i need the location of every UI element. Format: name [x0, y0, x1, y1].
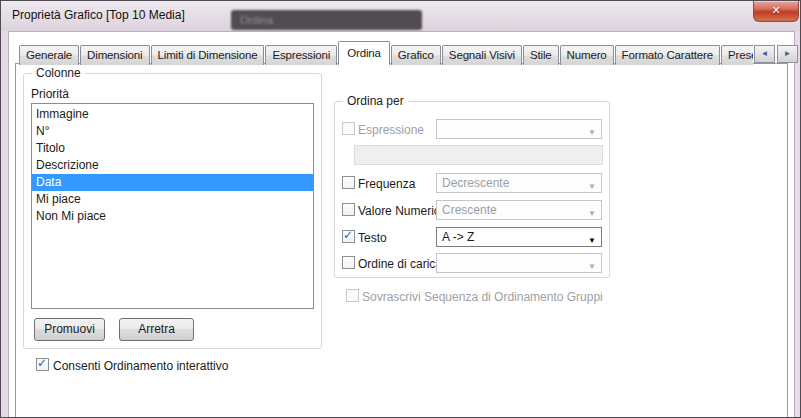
list-item-descrizione[interactable]: Descrizione: [32, 157, 313, 174]
scroll-left-icon: ◄: [761, 49, 769, 58]
ghost-tooltip-overlay: Ordina: [231, 10, 422, 30]
list-item-immagine[interactable]: Immagine: [32, 106, 313, 123]
espressione-label: Espressione: [358, 123, 424, 137]
promote-button[interactable]: Promuovi: [34, 318, 105, 341]
valore-numerico-label: Valore Numerico: [358, 204, 446, 218]
tab-generale[interactable]: Generale: [19, 45, 79, 65]
check-icon: ✓: [37, 356, 47, 370]
valore-numerico-checkbox[interactable]: [342, 203, 355, 216]
list-item-mi-piace[interactable]: Mi piace: [32, 191, 313, 208]
tab-scroll-right-button[interactable]: ►: [777, 45, 798, 63]
tab-presentazione[interactable]: Presentazione: [721, 45, 753, 65]
tab-ordina[interactable]: Ordina: [338, 41, 390, 65]
interactive-sort-label: Consenti Ordinamento interattivo: [53, 359, 228, 373]
check-icon: ✓: [343, 228, 353, 242]
ghost-tooltip-text: Ordina: [240, 14, 273, 26]
espressione-input[interactable]: [354, 145, 603, 165]
ordine-caricamento-checkbox[interactable]: [342, 256, 355, 269]
testo-combo-value: A -> Z: [442, 230, 474, 244]
window-title: Proprietà Grafico [Top 10 Media]: [12, 8, 185, 22]
list-item-titolo[interactable]: Titolo: [32, 140, 313, 157]
demote-button[interactable]: Arretra: [119, 318, 194, 341]
chevron-down-icon: ▼: [588, 178, 596, 196]
tab-scroll-left-button[interactable]: ◄: [754, 45, 775, 63]
chevron-down-icon: ▼: [588, 205, 596, 223]
list-item-numero[interactable]: N°: [32, 123, 313, 140]
frequenza-combo-value: Decrescente: [442, 176, 509, 190]
valore-numerico-combo-value: Crescente: [442, 203, 497, 217]
testo-label: Testo: [358, 231, 387, 245]
tab-strip: Generale Dimensioni Limiti di Dimensione…: [19, 41, 753, 65]
list-item-data-selected[interactable]: Data: [32, 174, 313, 191]
close-button[interactable]: ✕: [753, 1, 799, 22]
espressione-checkbox[interactable]: [342, 122, 355, 135]
colonne-group-label: Colonne: [32, 66, 85, 80]
tab-grafico[interactable]: Grafico: [391, 45, 441, 65]
priority-label: Priorità: [31, 87, 69, 101]
override-group-sort-label: Sovrascrivi Sequenza di Ordinamento Grup…: [362, 290, 603, 304]
frequenza-label: Frequenza: [358, 177, 415, 191]
tab-numero[interactable]: Numero: [560, 45, 614, 65]
tab-segnali-visivi[interactable]: Segnali Visivi: [442, 45, 522, 65]
tab-stile[interactable]: Stile: [523, 45, 559, 65]
chevron-down-icon: ▼: [588, 232, 596, 250]
close-icon: ✕: [771, 4, 780, 16]
ordine-caricamento-combo[interactable]: ▼: [436, 253, 602, 273]
list-item-non-mi-piace[interactable]: Non Mi piace: [32, 208, 313, 225]
priority-listbox[interactable]: Immagine N° Titolo Descrizione Data Mi p…: [31, 103, 314, 309]
chevron-down-icon: ▼: [588, 124, 596, 142]
tab-limiti-di-dimensione[interactable]: Limiti di Dimensione: [151, 45, 265, 65]
chevron-down-icon: ▼: [588, 258, 596, 276]
valore-numerico-combo[interactable]: Crescente ▼: [436, 200, 602, 220]
espressione-combo[interactable]: ▼: [436, 119, 602, 139]
testo-checkbox[interactable]: ✓: [342, 230, 355, 243]
scroll-right-icon: ►: [784, 49, 792, 58]
interactive-sort-checkbox[interactable]: ✓: [36, 358, 49, 371]
testo-combo[interactable]: A -> Z ▼: [436, 227, 602, 247]
tab-dimensioni[interactable]: Dimensioni: [80, 45, 149, 65]
override-group-sort-checkbox[interactable]: [346, 289, 359, 302]
frequenza-checkbox[interactable]: [342, 176, 355, 189]
ordina-per-group-label: Ordina per: [343, 94, 408, 108]
tab-formato-carattere[interactable]: Formato Carattere: [615, 45, 720, 65]
tab-espressioni[interactable]: Espressioni: [265, 45, 337, 65]
screenshot-root: { "window": { "title": "Proprietà Grafic…: [0, 0, 801, 418]
frequenza-combo[interactable]: Decrescente ▼: [436, 173, 602, 193]
